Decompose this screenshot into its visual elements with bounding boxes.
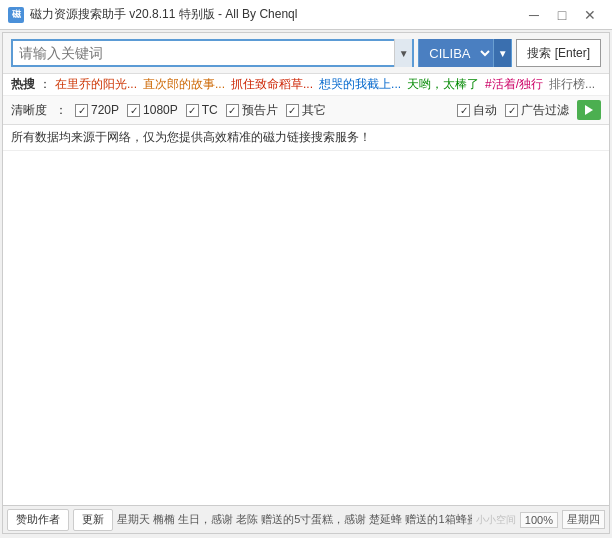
filter-other-label: 其它 bbox=[302, 102, 326, 119]
filter-tc-checkbox[interactable] bbox=[186, 104, 199, 117]
filter-trailer-checkbox[interactable] bbox=[226, 104, 239, 117]
source-select-wrapper: CILIBA ▼ bbox=[418, 39, 512, 67]
hot-item-3[interactable]: 抓住致命稻草... bbox=[231, 76, 313, 93]
maximize-button[interactable]: □ bbox=[548, 1, 576, 29]
filter-tc[interactable]: TC bbox=[186, 103, 218, 117]
filter-bar: 清晰度 ： 720P 1080P TC 预告片 其它 bbox=[3, 96, 609, 125]
date-label: 星期四 bbox=[562, 510, 605, 529]
hot-label: 热搜 bbox=[11, 76, 35, 93]
filter-label: 清晰度 bbox=[11, 102, 47, 119]
search-bar: ▼ CILIBA ▼ 搜索 [Enter] bbox=[3, 33, 609, 74]
filter-group-left: 720P 1080P TC 预告片 其它 bbox=[75, 102, 449, 119]
filter-adfilter-checkbox[interactable] bbox=[505, 104, 518, 117]
bottom-bar: 赞助作者 更新 星期天 椭椭 生日，感谢 老陈 赠送的5寸蛋糕，感谢 楚延蜂 赠… bbox=[3, 505, 609, 533]
filter-auto-label: 自动 bbox=[473, 102, 497, 119]
filter-720p-label: 720P bbox=[91, 103, 119, 117]
filter-tc-label: TC bbox=[202, 103, 218, 117]
close-button[interactable]: ✕ bbox=[576, 1, 604, 29]
search-button[interactable]: 搜索 [Enter] bbox=[516, 39, 601, 67]
filter-colon: ： bbox=[55, 102, 67, 119]
hot-search-bar: 热搜 ： 在里乔的阳光... 直次郎的故事... 抓住致命稻草... 想哭的我截… bbox=[3, 74, 609, 96]
main-window: ▼ CILIBA ▼ 搜索 [Enter] 热搜 ： 在里乔的阳光... 直次郎… bbox=[2, 32, 610, 534]
info-bar: 所有数据均来源于网络，仅为您提供高效精准的磁力链接搜索服务！ bbox=[3, 125, 609, 151]
filter-other[interactable]: 其它 bbox=[286, 102, 326, 119]
hot-item-2[interactable]: 直次郎的故事... bbox=[143, 76, 225, 93]
info-text: 所有数据均来源于网络，仅为您提供高效精准的磁力链接搜索服务！ bbox=[11, 130, 371, 144]
filter-1080p-checkbox[interactable] bbox=[127, 104, 140, 117]
filter-other-checkbox[interactable] bbox=[286, 104, 299, 117]
filter-trailer-label: 预告片 bbox=[242, 102, 278, 119]
app-icon: 磁 bbox=[8, 7, 24, 23]
update-button[interactable]: 更新 bbox=[73, 509, 113, 531]
hot-item-5[interactable]: 天哟，太棒了 bbox=[407, 76, 479, 93]
filter-adfilter-label: 广告过滤 bbox=[521, 102, 569, 119]
status-text: 星期天 椭椭 生日，感谢 老陈 赠送的5寸蛋糕，感谢 楚延蜂 赠送的1箱蜂蜜！ bbox=[117, 512, 472, 527]
support-button[interactable]: 赞助作者 bbox=[7, 509, 69, 531]
play-button[interactable] bbox=[577, 100, 601, 120]
minimize-button[interactable]: ─ bbox=[520, 1, 548, 29]
watermark-text: 小小空间 bbox=[476, 513, 516, 527]
source-select[interactable]: CILIBA bbox=[419, 39, 493, 67]
filter-group-right: 自动 广告过滤 bbox=[457, 100, 601, 120]
hot-item-4[interactable]: 想哭的我截上... bbox=[319, 76, 401, 93]
hot-colon: ： bbox=[39, 76, 51, 93]
search-input-wrapper: ▼ bbox=[11, 39, 414, 67]
hot-item-1[interactable]: 在里乔的阳光... bbox=[55, 76, 137, 93]
hot-item-7[interactable]: 排行榜... bbox=[549, 76, 595, 93]
source-dropdown-button[interactable]: ▼ bbox=[493, 39, 511, 67]
content-area bbox=[3, 151, 609, 505]
title-controls: ─ □ ✕ bbox=[520, 1, 604, 29]
filter-1080p[interactable]: 1080P bbox=[127, 103, 178, 117]
title-bar-left: 磁 磁力资源搜索助手 v20.8.11 特别版 - All By Chenql bbox=[8, 6, 297, 23]
filter-720p-checkbox[interactable] bbox=[75, 104, 88, 117]
zoom-label: 100% bbox=[520, 512, 558, 528]
title-bar: 磁 磁力资源搜索助手 v20.8.11 特别版 - All By Chenql … bbox=[0, 0, 612, 30]
filter-trailer[interactable]: 预告片 bbox=[226, 102, 278, 119]
hot-item-6[interactable]: #活着/独行 bbox=[485, 76, 543, 93]
search-dropdown-button[interactable]: ▼ bbox=[394, 39, 412, 67]
search-input[interactable] bbox=[13, 45, 394, 61]
filter-auto-checkbox[interactable] bbox=[457, 104, 470, 117]
filter-720p[interactable]: 720P bbox=[75, 103, 119, 117]
filter-auto[interactable]: 自动 bbox=[457, 102, 497, 119]
filter-adfilter[interactable]: 广告过滤 bbox=[505, 102, 569, 119]
title-text: 磁力资源搜索助手 v20.8.11 特别版 - All By Chenql bbox=[30, 6, 297, 23]
filter-1080p-label: 1080P bbox=[143, 103, 178, 117]
